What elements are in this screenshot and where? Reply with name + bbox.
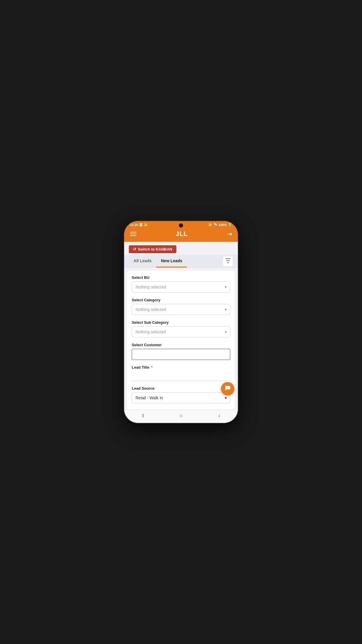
select-customer-input[interactable] [132, 349, 230, 360]
select-subcategory-dropdown[interactable]: Nothing selected [132, 326, 230, 337]
battery-icon: 🔋 [228, 223, 232, 227]
back-icon: ‹ [218, 413, 220, 419]
select-bu-dropdown[interactable]: Nothing selected [132, 281, 230, 293]
kanban-icon: ↺ [133, 247, 136, 251]
lead-title-input[interactable] [132, 371, 230, 381]
tabs-container: All Leads New Leads [124, 255, 238, 268]
home-icon: ○ [180, 413, 183, 419]
select-category-wrapper: Nothing selected [132, 304, 230, 315]
hamburger-menu-icon[interactable] [130, 232, 136, 236]
lead-title-required: * [150, 365, 152, 370]
sim-icon: 📶 [144, 223, 148, 227]
wifi-icon: 📶 [208, 223, 212, 227]
chat-fab-button[interactable] [221, 382, 234, 396]
lead-source-wrapper: Retail - Walk In Online Referral Cold Ca… [132, 392, 230, 403]
status-right: 📶 📡 100% 🔋 [208, 223, 232, 227]
bottom-nav: ⦀ ○ ‹ [124, 410, 238, 423]
home-button[interactable]: ○ [180, 413, 183, 419]
status-left: 12:25 🖼 📶 [130, 223, 148, 227]
select-subcategory-wrapper: Nothing selected [132, 326, 230, 337]
lead-source-dropdown[interactable]: Retail - Walk In Online Referral Cold Ca… [132, 392, 230, 403]
nav-bar: JLL ⇥ [124, 228, 238, 242]
back-button[interactable]: ‹ [218, 413, 220, 419]
lead-title-label: Lead Title * [132, 365, 230, 370]
lead-source-label: Lead Source [132, 386, 230, 391]
chat-icon [224, 385, 231, 393]
select-customer-group: Select Customer [132, 343, 230, 360]
kanban-label: Switch to KANBAN [138, 247, 172, 251]
select-subcategory-group: Select Sub Category Nothing selected [132, 320, 230, 337]
time-display: 12:25 [130, 223, 138, 227]
signal-icon: 📡 [213, 223, 217, 227]
login-icon[interactable]: ⇥ [227, 230, 232, 237]
filter-button[interactable] [223, 256, 233, 267]
select-bu-group: Select BU Nothing selected [132, 275, 230, 293]
photo-icon: 🖼 [139, 223, 143, 227]
filter-icon [225, 258, 231, 264]
select-bu-label: Select BU [132, 275, 230, 280]
content-area: ↺ Switch to KANBAN All Leads New Leads [124, 242, 238, 410]
form-panel: Select BU Nothing selected Select Catego… [127, 271, 235, 410]
camera-notch [179, 223, 183, 228]
kanban-bar: ↺ Switch to KANBAN [124, 242, 238, 255]
select-category-group: Select Category Nothing selected [132, 298, 230, 315]
select-customer-label: Select Customer [132, 343, 230, 347]
lead-source-group: Lead Source Retail - Walk In Online Refe… [132, 386, 230, 403]
select-category-dropdown[interactable]: Nothing selected [132, 304, 230, 315]
battery-display: 100% [219, 223, 227, 227]
select-category-label: Select Category [132, 298, 230, 302]
select-subcategory-label: Select Sub Category [132, 320, 230, 325]
lead-title-group: Lead Title * [132, 365, 230, 381]
recent-apps-button[interactable]: ⦀ [142, 413, 144, 419]
tabs: All Leads New Leads [129, 255, 223, 267]
select-bu-wrapper: Nothing selected [132, 281, 230, 293]
status-bar: 12:25 🖼 📶 📶 📡 100% 🔋 [124, 221, 238, 228]
tab-all-leads[interactable]: All Leads [129, 255, 156, 267]
switch-to-kanban-button[interactable]: ↺ Switch to KANBAN [129, 245, 176, 253]
tab-new-leads[interactable]: New Leads [156, 255, 187, 267]
recent-apps-icon: ⦀ [142, 413, 144, 419]
app-title: JLL [175, 230, 188, 238]
